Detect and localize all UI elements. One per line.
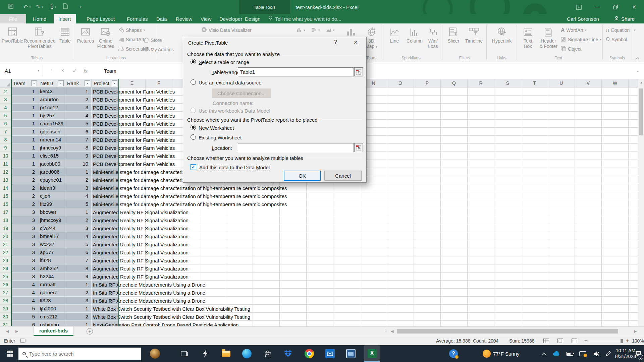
row-number[interactable]: 17 xyxy=(0,208,11,216)
column-header-F[interactable]: F xyxy=(146,79,172,87)
add-to-data-model-label[interactable]: Add this data to the Data Model xyxy=(198,164,271,171)
pen-workspace-icon[interactable] xyxy=(603,345,613,362)
pictures-button[interactable]: Pictures xyxy=(76,25,95,55)
cell-netid[interactable]: pshimbo xyxy=(38,321,65,326)
radio-external-source-label[interactable]: Use an external data source xyxy=(199,80,262,85)
cell-rank[interactable]: 3 xyxy=(65,224,92,232)
row-number[interactable]: 24 xyxy=(0,264,11,273)
radio-select-table-range[interactable] xyxy=(191,59,196,64)
hyperlink-button[interactable]: Hyperlink xyxy=(489,25,515,55)
cell-team[interactable]: 2 xyxy=(11,168,38,176)
excel-taskbar-icon[interactable]: X xyxy=(364,345,380,362)
zoom-out-icon[interactable]: − xyxy=(584,336,588,346)
ribbon-display-options-icon[interactable] xyxy=(571,0,586,14)
cell-rank[interactable]: 4 xyxy=(65,192,92,200)
cell-netid[interactable]: nrbenn14 xyxy=(38,136,65,144)
cell-netid[interactable]: garnerz xyxy=(38,289,65,297)
radio-external-source[interactable] xyxy=(191,79,196,85)
cell-rank[interactable]: 8 xyxy=(65,264,92,273)
cell-team[interactable]: 3 xyxy=(11,256,38,264)
sheet-nav-next-icon[interactable]: ▶ xyxy=(15,329,18,334)
zoom-slider-thumb[interactable] xyxy=(621,339,623,343)
tab-review[interactable]: Review xyxy=(171,14,197,23)
sparkline-column-button[interactable]: Column xyxy=(405,25,425,55)
view-page-layout-icon[interactable] xyxy=(557,336,563,346)
qat-customize-icon[interactable]: ▾ xyxy=(80,5,82,9)
cell-rank[interactable]: 9 xyxy=(65,152,92,160)
cell-team[interactable]: 1 xyxy=(11,120,38,128)
file-explorer-icon[interactable] xyxy=(219,345,233,362)
cell-team[interactable]: 3 xyxy=(11,216,38,224)
cell-rank[interactable]: 4 xyxy=(65,112,92,120)
edge-browser-icon[interactable] xyxy=(239,345,254,362)
symbol-button[interactable]: Ω Symbol xyxy=(606,36,627,44)
cell-netid[interactable]: ker43 xyxy=(38,87,65,96)
cell-netid[interactable]: lf328 xyxy=(38,256,65,264)
cell-rank[interactable]: 3 xyxy=(65,104,92,112)
row-number[interactable]: 6 xyxy=(0,120,11,128)
cell-team[interactable]: 1 xyxy=(11,160,38,168)
column-header-R[interactable]: R xyxy=(468,79,494,87)
taskbar-search[interactable] xyxy=(18,348,141,360)
cell-team[interactable]: 6 xyxy=(11,321,38,326)
cell-netid[interactable]: jacobb00 xyxy=(38,160,65,168)
table-range-input[interactable]: Table1 xyxy=(238,67,354,76)
object-button[interactable]: Object xyxy=(561,45,581,53)
cell-netid[interactable]: cpayne01 xyxy=(38,176,65,184)
slicer-button[interactable]: Slicer xyxy=(445,25,462,55)
tab-page-layout[interactable]: Page Layout xyxy=(82,14,119,23)
cell-netid[interactable]: lf328 xyxy=(38,297,65,305)
tab-design[interactable]: Design xyxy=(240,14,265,23)
chrome-icon[interactable] xyxy=(302,345,317,362)
row-number[interactable]: 4 xyxy=(0,104,11,112)
cell-netid[interactable]: wc237 xyxy=(38,240,65,248)
view-page-break-icon[interactable] xyxy=(572,336,577,346)
microsoft-store-icon[interactable] xyxy=(260,345,275,362)
row-number[interactable]: 21 xyxy=(0,240,11,248)
cell-netid[interactable]: bbower xyxy=(38,208,65,216)
name-box[interactable]: A1 ▾ xyxy=(0,65,43,76)
cell-team[interactable]: 4 xyxy=(11,281,38,289)
cell-netid[interactable]: ldean3 xyxy=(38,184,65,192)
user-name[interactable]: Carl Sorensen xyxy=(567,14,599,23)
cell-rank[interactable]: 1 xyxy=(65,87,92,96)
ok-button[interactable]: OK xyxy=(284,171,321,181)
touch-mode-icon[interactable] xyxy=(49,3,54,11)
onedrive-icon[interactable] xyxy=(550,345,562,362)
search-input[interactable] xyxy=(29,351,123,357)
my-addins-button[interactable]: My Add-ins xyxy=(144,46,174,54)
row-number[interactable]: 28 xyxy=(0,297,11,305)
weather-label[interactable]: 77°F Sunny xyxy=(493,345,537,362)
insert-function-icon[interactable]: fx xyxy=(80,65,91,76)
recommended-pivottables-button[interactable]: ? Recommended PivotTables xyxy=(23,25,56,55)
store-button[interactable]: Store xyxy=(144,36,162,44)
wireless-display-icon[interactable] xyxy=(576,345,589,362)
cell-rank[interactable]: 7 xyxy=(65,256,92,264)
column-header-E[interactable]: E xyxy=(119,79,146,87)
row-number[interactable]: 8 xyxy=(0,136,11,144)
row-number[interactable]: 7 xyxy=(0,128,11,136)
cell-rank[interactable]: 9 xyxy=(65,273,92,281)
row-number[interactable]: 13 xyxy=(0,176,11,184)
row-number[interactable]: 11 xyxy=(0,160,11,168)
status-count[interactable]: Count: 2004 xyxy=(473,336,498,346)
cell-team[interactable]: 1 xyxy=(11,104,38,112)
cell-team[interactable]: 1 xyxy=(11,112,38,120)
status-sum[interactable]: Sum: 15988 xyxy=(509,336,535,346)
cell-netid[interactable]: ap577 xyxy=(38,248,65,256)
tabbar-resize-handle[interactable]: ⁞⁞ xyxy=(385,328,387,333)
minimize-button[interactable]: — xyxy=(589,0,604,14)
cell-team[interactable]: 3 xyxy=(11,232,38,240)
cell-rank[interactable]: 6 xyxy=(65,248,92,256)
tab-formulas[interactable]: Formulas xyxy=(122,14,153,23)
undo-icon[interactable]: ↶ xyxy=(23,4,28,11)
cell-rank[interactable]: 8 xyxy=(65,144,92,152)
cell-rank[interactable]: 4 xyxy=(65,232,92,240)
cell-rank[interactable]: 1 xyxy=(65,321,92,326)
pivottable-button[interactable]: PivotTable xyxy=(3,25,22,55)
dropbox-icon[interactable] xyxy=(281,345,296,362)
equation-button[interactable]: π Equation▾ xyxy=(606,26,636,34)
help-app-icon[interactable]: ? xyxy=(446,345,461,362)
save-icon[interactable] xyxy=(8,3,14,11)
cell-rank[interactable]: 5 xyxy=(65,120,92,128)
